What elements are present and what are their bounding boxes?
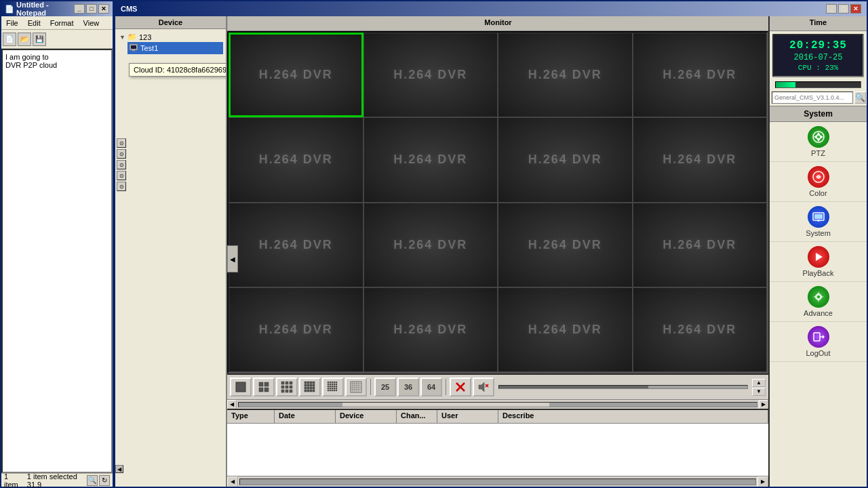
monitor-grid[interactable]: H.264 DVR H.264 DVR H.264 DVR H.264 DVR bbox=[227, 31, 768, 373]
playback-icon bbox=[808, 246, 829, 268]
grid-5x5-button[interactable] bbox=[322, 378, 344, 396]
notepad-title: Untitled - Notepad bbox=[16, 1, 74, 17]
notepad-file-menu[interactable]: File bbox=[4, 18, 20, 28]
side-nav-icons: ⊙ ⊙ ⊙ ⊙ ⊙ bbox=[115, 137, 127, 192]
monitor-cell-9[interactable]: H.264 DVR bbox=[363, 203, 498, 287]
monitor-cell-11[interactable]: H.264 DVR bbox=[633, 203, 768, 287]
grid-6x6-button[interactable] bbox=[345, 378, 367, 396]
tree-item-test1[interactable]: Test1 bbox=[127, 42, 223, 54]
grid-1x1-button[interactable] bbox=[230, 378, 252, 396]
open-file-button[interactable]: 📂 bbox=[18, 33, 31, 46]
monitor-cell-6[interactable]: H.264 DVR bbox=[498, 117, 633, 202]
log-scroll-left[interactable]: ◀ bbox=[227, 476, 238, 487]
audio-button[interactable] bbox=[473, 378, 494, 396]
search-icon-button[interactable]: 🔍 bbox=[854, 92, 866, 104]
svg-rect-3 bbox=[236, 382, 245, 392]
tree-label-test1: Test1 bbox=[140, 44, 158, 52]
monitor-section-header: Monitor bbox=[227, 16, 768, 31]
grid-64-button[interactable]: 64 bbox=[420, 378, 442, 396]
svg-rect-31 bbox=[310, 390, 312, 392]
svg-rect-44 bbox=[330, 386, 331, 387]
notepad-close-button[interactable]: ✕ bbox=[98, 4, 109, 14]
notepad-minimize-button[interactable]: _ bbox=[74, 4, 85, 14]
save-file-button[interactable]: 💾 bbox=[33, 33, 46, 46]
svg-rect-37 bbox=[336, 382, 337, 383]
log-content[interactable] bbox=[227, 424, 768, 476]
grid-25-button[interactable]: 25 bbox=[374, 378, 396, 396]
scroll-up-button[interactable]: ▲ bbox=[752, 379, 766, 387]
svg-rect-22 bbox=[307, 384, 309, 386]
search-input[interactable] bbox=[772, 92, 853, 104]
search-button[interactable]: 🔍 bbox=[87, 475, 98, 486]
menu-item-playback[interactable]: PlayBack bbox=[770, 242, 867, 282]
notepad-content[interactable]: I am going to DVR P2P cloud bbox=[1, 49, 113, 473]
nav-icon-3[interactable]: ⊙ bbox=[117, 160, 126, 169]
cms-close-button[interactable]: ✕ bbox=[850, 4, 861, 14]
svg-rect-85 bbox=[814, 333, 820, 341]
menu-item-logout[interactable]: LogOut bbox=[770, 322, 867, 362]
monitor-cell-12[interactable]: H.264 DVR bbox=[229, 287, 363, 372]
cms-maximize-button[interactable]: □ bbox=[838, 4, 849, 14]
monitor-cell-15[interactable]: H.264 DVR bbox=[633, 287, 768, 372]
menu-item-system[interactable]: System bbox=[770, 202, 867, 242]
collapse-arrow-button[interactable]: ◀ bbox=[227, 245, 238, 272]
cms-right-panel: Time 20:29:35 2016-07-25 CPU : 23% 🔍 Sys… bbox=[768, 16, 867, 487]
monitor-cell-1[interactable]: H.264 DVR bbox=[363, 33, 498, 117]
slider-track[interactable] bbox=[498, 385, 748, 389]
monitor-cell-14[interactable]: H.264 DVR bbox=[498, 287, 633, 372]
notepad-format-menu[interactable]: Format bbox=[48, 18, 76, 28]
svg-rect-56 bbox=[334, 390, 335, 391]
log-col-describe: Describe bbox=[498, 410, 768, 423]
svg-rect-34 bbox=[330, 382, 331, 383]
monitor-cell-7[interactable]: H.264 DVR bbox=[633, 117, 768, 202]
h-scrollbar-track[interactable] bbox=[238, 402, 757, 407]
device-header: Device bbox=[115, 16, 226, 29]
svg-rect-2 bbox=[132, 50, 135, 52]
refresh-button[interactable]: ↻ bbox=[99, 475, 110, 486]
monitor-cell-4[interactable]: H.264 DVR bbox=[229, 117, 363, 202]
close-all-button[interactable] bbox=[450, 378, 471, 396]
color-label: Color bbox=[809, 189, 827, 197]
grid-4x4-button[interactable] bbox=[299, 378, 321, 396]
svg-rect-7 bbox=[264, 388, 269, 392]
grid-2x2-button[interactable] bbox=[253, 378, 275, 396]
cms-titlebar: CMS _ □ ✕ bbox=[115, 1, 867, 16]
monitor-cell-0[interactable]: H.264 DVR bbox=[229, 33, 363, 117]
horizontal-scrollbar: ◀ ▶ bbox=[227, 399, 768, 409]
svg-rect-29 bbox=[304, 390, 307, 392]
nav-icon-4[interactable]: ⊙ bbox=[117, 171, 126, 180]
notepad-menubar: File Edit Format View bbox=[1, 16, 113, 30]
monitor-cell-13[interactable]: H.264 DVR bbox=[363, 287, 498, 372]
logout-label: LogOut bbox=[806, 349, 830, 357]
nav-icon-2[interactable]: ⊙ bbox=[117, 149, 126, 159]
monitor-cell-2[interactable]: H.264 DVR bbox=[498, 33, 633, 117]
clock-time: 20:29:35 bbox=[779, 39, 857, 52]
notepad-edit-menu[interactable]: Edit bbox=[26, 18, 43, 28]
menu-item-advance[interactable]: Advance bbox=[770, 282, 867, 322]
tree-label-123: 123 bbox=[139, 33, 151, 41]
notepad-maximize-button[interactable]: □ bbox=[86, 4, 97, 14]
new-file-button[interactable]: 📄 bbox=[3, 33, 16, 46]
cell-label-13: H.264 DVR bbox=[393, 323, 467, 337]
scroll-down-button[interactable]: ▼ bbox=[752, 388, 766, 396]
nav-icon-1[interactable]: ⊙ bbox=[117, 138, 126, 148]
cms-minimize-button[interactable]: _ bbox=[826, 4, 837, 14]
left-bottom-arrow[interactable]: ◀ bbox=[115, 465, 123, 473]
monitor-cell-8[interactable]: H.264 DVR bbox=[229, 203, 363, 287]
notepad-view-menu[interactable]: View bbox=[81, 18, 102, 28]
tree-item-123[interactable]: ▼ 📁 123 bbox=[118, 32, 223, 42]
scroll-right-button[interactable]: ▶ bbox=[759, 400, 768, 409]
nav-icon-5[interactable]: ⊙ bbox=[117, 182, 126, 191]
log-scroll-track[interactable] bbox=[239, 479, 756, 485]
monitor-cell-5[interactable]: H.264 DVR bbox=[363, 117, 498, 202]
scroll-left-button[interactable]: ◀ bbox=[227, 400, 237, 409]
grid-3x3-button[interactable] bbox=[276, 378, 298, 396]
monitor-cell-10[interactable]: H.264 DVR bbox=[498, 203, 633, 287]
svg-rect-30 bbox=[307, 390, 309, 392]
monitor-cell-3[interactable]: H.264 DVR bbox=[633, 33, 768, 117]
menu-item-color[interactable]: Color bbox=[770, 162, 867, 202]
cell-label-15: H.264 DVR bbox=[663, 323, 736, 337]
log-scroll-right[interactable]: ▶ bbox=[757, 476, 768, 487]
grid-36-button[interactable]: 36 bbox=[397, 378, 419, 396]
menu-item-ptz[interactable]: PTZ bbox=[770, 122, 867, 162]
